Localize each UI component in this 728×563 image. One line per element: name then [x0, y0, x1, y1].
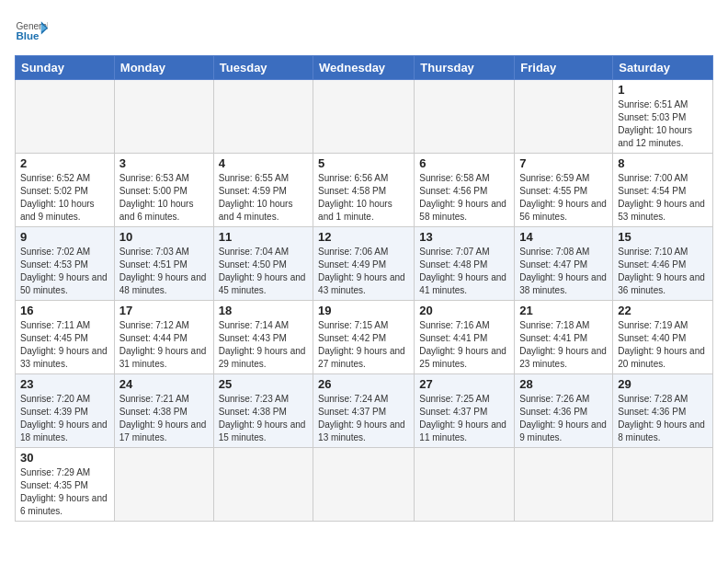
day-info: Sunrise: 7:15 AM Sunset: 4:42 PM Dayligh…: [318, 319, 409, 371]
calendar-cell: 6Sunrise: 6:58 AM Sunset: 4:56 PM Daylig…: [415, 154, 515, 227]
col-header-wednesday: Wednesday: [313, 56, 415, 80]
calendar-row-0: 1Sunrise: 6:51 AM Sunset: 5:03 PM Daylig…: [16, 80, 713, 154]
day-number: 28: [519, 377, 608, 391]
day-info: Sunrise: 6:55 AM Sunset: 4:59 PM Dayligh…: [219, 172, 308, 224]
day-info: Sunrise: 6:53 AM Sunset: 5:00 PM Dayligh…: [119, 172, 209, 224]
page-header: General Blue: [15, 15, 713, 48]
col-header-tuesday: Tuesday: [213, 56, 313, 80]
day-info: Sunrise: 6:56 AM Sunset: 4:58 PM Dayligh…: [318, 172, 409, 224]
calendar-cell: [213, 448, 313, 522]
calendar-cell: 27Sunrise: 7:25 AM Sunset: 4:37 PM Dayli…: [415, 374, 515, 448]
calendar-cell: 26Sunrise: 7:24 AM Sunset: 4:37 PM Dayli…: [313, 374, 415, 448]
calendar-cell: 24Sunrise: 7:21 AM Sunset: 4:38 PM Dayli…: [114, 374, 213, 448]
day-number: 9: [20, 230, 109, 244]
day-info: Sunrise: 7:11 AM Sunset: 4:45 PM Dayligh…: [20, 319, 109, 371]
calendar-row-1: 2Sunrise: 6:52 AM Sunset: 5:02 PM Daylig…: [16, 154, 713, 227]
day-number: 10: [119, 230, 209, 244]
col-header-friday: Friday: [515, 56, 613, 80]
calendar-cell: 3Sunrise: 6:53 AM Sunset: 5:00 PM Daylig…: [114, 154, 213, 227]
day-number: 1: [618, 83, 708, 97]
calendar-cell: [114, 448, 213, 522]
day-info: Sunrise: 6:59 AM Sunset: 4:55 PM Dayligh…: [519, 172, 608, 224]
day-number: 4: [219, 156, 308, 170]
day-info: Sunrise: 7:28 AM Sunset: 4:36 PM Dayligh…: [618, 393, 708, 444]
day-info: Sunrise: 7:00 AM Sunset: 4:54 PM Dayligh…: [618, 172, 708, 224]
calendar-cell: [313, 448, 415, 522]
day-info: Sunrise: 6:51 AM Sunset: 5:03 PM Dayligh…: [618, 98, 708, 150]
day-number: 30: [20, 451, 109, 465]
day-number: 11: [219, 230, 308, 244]
calendar-cell: 4Sunrise: 6:55 AM Sunset: 4:59 PM Daylig…: [213, 154, 313, 227]
logo: General Blue: [15, 15, 48, 48]
day-number: 19: [318, 304, 409, 317]
calendar-cell: 20Sunrise: 7:16 AM Sunset: 4:41 PM Dayli…: [415, 301, 515, 374]
calendar-cell: [613, 448, 713, 522]
day-info: Sunrise: 7:16 AM Sunset: 4:41 PM Dayligh…: [419, 319, 509, 371]
calendar-cell: 8Sunrise: 7:00 AM Sunset: 4:54 PM Daylig…: [613, 154, 713, 227]
day-info: Sunrise: 7:23 AM Sunset: 4:38 PM Dayligh…: [219, 393, 308, 444]
calendar-row-4: 23Sunrise: 7:20 AM Sunset: 4:39 PM Dayli…: [16, 374, 713, 448]
day-number: 2: [20, 156, 109, 170]
calendar-cell: 29Sunrise: 7:28 AM Sunset: 4:36 PM Dayli…: [613, 374, 713, 448]
calendar-cell: 7Sunrise: 6:59 AM Sunset: 4:55 PM Daylig…: [515, 154, 613, 227]
calendar-cell: 13Sunrise: 7:07 AM Sunset: 4:48 PM Dayli…: [415, 227, 515, 301]
day-number: 13: [419, 230, 509, 244]
day-number: 21: [519, 304, 608, 317]
calendar-row-3: 16Sunrise: 7:11 AM Sunset: 4:45 PM Dayli…: [16, 301, 713, 374]
day-info: Sunrise: 7:06 AM Sunset: 4:49 PM Dayligh…: [318, 246, 409, 297]
day-number: 26: [318, 377, 409, 391]
day-info: Sunrise: 7:04 AM Sunset: 4:50 PM Dayligh…: [219, 246, 308, 297]
day-info: Sunrise: 7:14 AM Sunset: 4:43 PM Dayligh…: [219, 319, 308, 371]
day-number: 27: [419, 377, 509, 391]
calendar-cell: 5Sunrise: 6:56 AM Sunset: 4:58 PM Daylig…: [313, 154, 415, 227]
day-number: 29: [618, 377, 708, 391]
calendar-cell: [213, 80, 313, 154]
calendar-cell: 11Sunrise: 7:04 AM Sunset: 4:50 PM Dayli…: [213, 227, 313, 301]
day-info: Sunrise: 7:03 AM Sunset: 4:51 PM Dayligh…: [119, 246, 209, 297]
day-info: Sunrise: 7:21 AM Sunset: 4:38 PM Dayligh…: [119, 393, 209, 444]
day-info: Sunrise: 7:02 AM Sunset: 4:53 PM Dayligh…: [20, 246, 109, 297]
calendar-cell: [16, 80, 115, 154]
day-info: Sunrise: 7:07 AM Sunset: 4:48 PM Dayligh…: [419, 246, 509, 297]
calendar-cell: 16Sunrise: 7:11 AM Sunset: 4:45 PM Dayli…: [16, 301, 115, 374]
calendar-cell: 1Sunrise: 6:51 AM Sunset: 5:03 PM Daylig…: [613, 80, 713, 154]
calendar-cell: 18Sunrise: 7:14 AM Sunset: 4:43 PM Dayli…: [213, 301, 313, 374]
day-number: 17: [119, 304, 209, 317]
calendar-cell: 19Sunrise: 7:15 AM Sunset: 4:42 PM Dayli…: [313, 301, 415, 374]
calendar-row-2: 9Sunrise: 7:02 AM Sunset: 4:53 PM Daylig…: [16, 227, 713, 301]
calendar-cell: 25Sunrise: 7:23 AM Sunset: 4:38 PM Dayli…: [213, 374, 313, 448]
day-number: 12: [318, 230, 409, 244]
day-number: 5: [318, 156, 409, 170]
day-info: Sunrise: 6:58 AM Sunset: 4:56 PM Dayligh…: [419, 172, 509, 224]
day-info: Sunrise: 7:12 AM Sunset: 4:44 PM Dayligh…: [119, 319, 209, 371]
svg-text:Blue: Blue: [16, 30, 40, 41]
calendar-cell: 22Sunrise: 7:19 AM Sunset: 4:40 PM Dayli…: [613, 301, 713, 374]
calendar-cell: [515, 80, 613, 154]
calendar-cell: 28Sunrise: 7:26 AM Sunset: 4:36 PM Dayli…: [515, 374, 613, 448]
calendar-cell: 12Sunrise: 7:06 AM Sunset: 4:49 PM Dayli…: [313, 227, 415, 301]
day-info: Sunrise: 7:26 AM Sunset: 4:36 PM Dayligh…: [519, 393, 608, 444]
day-number: 18: [219, 304, 308, 317]
calendar-cell: 15Sunrise: 7:10 AM Sunset: 4:46 PM Dayli…: [613, 227, 713, 301]
header-row: SundayMondayTuesdayWednesdayThursdayFrid…: [16, 56, 713, 80]
col-header-saturday: Saturday: [613, 56, 713, 80]
day-info: Sunrise: 6:52 AM Sunset: 5:02 PM Dayligh…: [20, 172, 109, 224]
day-number: 24: [119, 377, 209, 391]
day-info: Sunrise: 7:25 AM Sunset: 4:37 PM Dayligh…: [419, 393, 509, 444]
calendar-cell: 2Sunrise: 6:52 AM Sunset: 5:02 PM Daylig…: [16, 154, 115, 227]
day-number: 16: [20, 304, 109, 317]
calendar-cell: 21Sunrise: 7:18 AM Sunset: 4:41 PM Dayli…: [515, 301, 613, 374]
day-info: Sunrise: 7:29 AM Sunset: 4:35 PM Dayligh…: [20, 466, 109, 518]
calendar-row-5: 30Sunrise: 7:29 AM Sunset: 4:35 PM Dayli…: [16, 448, 713, 522]
day-number: 20: [419, 304, 509, 317]
day-info: Sunrise: 7:20 AM Sunset: 4:39 PM Dayligh…: [20, 393, 109, 444]
calendar-cell: [415, 80, 515, 154]
day-number: 3: [119, 156, 209, 170]
day-number: 15: [618, 230, 708, 244]
day-info: Sunrise: 7:10 AM Sunset: 4:46 PM Dayligh…: [618, 246, 708, 297]
calendar-cell: [515, 448, 613, 522]
calendar-cell: 23Sunrise: 7:20 AM Sunset: 4:39 PM Dayli…: [16, 374, 115, 448]
col-header-thursday: Thursday: [415, 56, 515, 80]
day-info: Sunrise: 7:19 AM Sunset: 4:40 PM Dayligh…: [618, 319, 708, 371]
calendar-cell: 30Sunrise: 7:29 AM Sunset: 4:35 PM Dayli…: [16, 448, 115, 522]
